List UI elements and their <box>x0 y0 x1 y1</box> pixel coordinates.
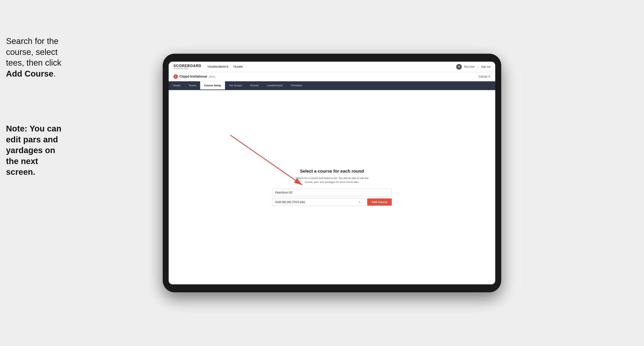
tablet-device: SCOREBOARD Powered by clippd TOURNAMENTS… <box>163 54 501 292</box>
annotation-main: Search for thecourse, selecttees, then c… <box>6 36 62 79</box>
tab-teams[interactable]: Teams <box>184 81 200 90</box>
course-search-input[interactable] <box>272 189 392 196</box>
cancel-icon: ✕ <box>488 75 490 78</box>
course-card: Select a course for each round Search fo… <box>272 169 392 206</box>
course-card-desc: Search for a course and select a tee. Yo… <box>272 176 392 184</box>
sign-out-link[interactable]: Sign out <box>481 65 490 68</box>
tee-select-row: Gold (M) (M) (7010 yds) ✕ ⌄ Add Course <box>272 198 392 206</box>
tournament-header: C Clippd Invitational (Men) Cancel ✕ <box>169 72 495 81</box>
desc-line2: course, pars and yardages for each round… <box>305 180 359 183</box>
tournament-title: C Clippd Invitational (Men) <box>174 74 216 79</box>
tab-bar: Details Teams Course Setup Tee Groups Re… <box>169 81 495 90</box>
top-nav: SCOREBOARD Powered by clippd TOURNAMENTS… <box>169 62 495 72</box>
annotation-line1: Search for thecourse, selecttees, then c… <box>6 36 61 67</box>
tablet-screen: SCOREBOARD Powered by clippd TOURNAMENTS… <box>169 62 495 284</box>
tab-course-setup[interactable]: Course Setup <box>200 81 225 90</box>
tournament-name: Clippd Invitational <box>180 75 207 78</box>
nav-link-tournaments[interactable]: TOURNAMENTS <box>207 65 228 68</box>
chevron-down-icon: ⌄ <box>361 201 363 203</box>
tab-leaderboards[interactable]: Leaderboards <box>263 81 287 90</box>
pipe-separator: | <box>478 65 478 68</box>
desc-line1: Search for a course and select a tee. Yo… <box>296 176 368 179</box>
tournament-icon: C <box>174 74 178 79</box>
annotation-period: . <box>53 69 56 78</box>
tournament-tag: (Men) <box>209 75 216 78</box>
cancel-button[interactable]: Cancel ✕ <box>478 75 490 78</box>
user-avatar: R <box>456 64 462 70</box>
logo-title: SCOREBOARD <box>174 64 201 68</box>
annotation-note: Note: You can edit pars and yardages on … <box>6 123 64 177</box>
tab-tee-groups[interactable]: Tee Groups <box>225 81 246 90</box>
logo-area: SCOREBOARD Powered by clippd <box>174 64 201 69</box>
nav-right: R Test User | Sign out <box>456 64 490 70</box>
tab-printables[interactable]: Printables <box>287 81 306 90</box>
nav-links: TOURNAMENTS TEAMS <box>207 65 243 68</box>
tee-select-icons: ✕ ⌄ <box>358 201 363 203</box>
nav-link-teams[interactable]: TEAMS <box>233 65 243 68</box>
course-card-title: Select a course for each round <box>272 169 392 174</box>
tab-details[interactable]: Details <box>169 81 184 90</box>
clear-icon[interactable]: ✕ <box>358 201 360 203</box>
logo-sub: Powered by clippd <box>174 68 201 69</box>
main-content: Select a course for each round Search fo… <box>169 90 495 284</box>
tee-select-wrapper: Gold (M) (M) (7010 yds) ✕ ⌄ <box>272 198 365 206</box>
nav-left: SCOREBOARD Powered by clippd TOURNAMENTS… <box>174 64 243 69</box>
user-label: Test User <box>464 65 475 68</box>
tab-results[interactable]: Results <box>246 81 263 90</box>
tee-select[interactable]: Gold (M) (M) (7010 yds) <box>272 198 365 206</box>
add-course-button[interactable]: Add Course <box>367 198 392 206</box>
annotation-bold: Add Course <box>6 69 53 78</box>
cancel-label: Cancel <box>478 75 487 78</box>
